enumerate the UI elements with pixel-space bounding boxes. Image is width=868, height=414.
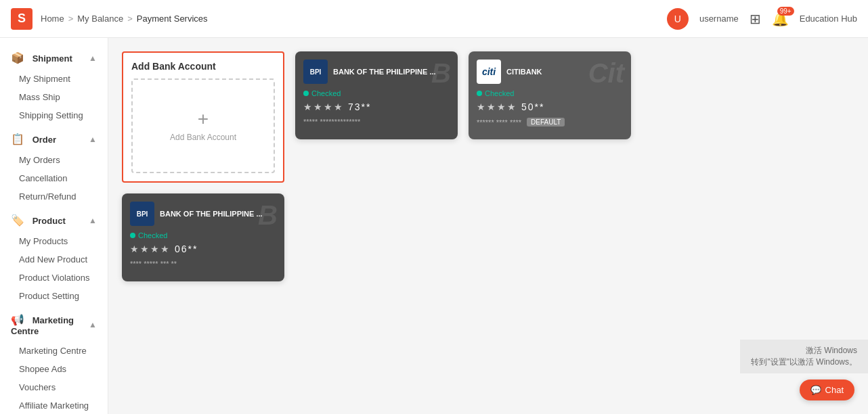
chat-label: Chat [825, 385, 844, 395]
bpi-1-digits: 73** [348, 101, 371, 112]
plus-icon: + [198, 110, 209, 129]
add-bank-title: Add Bank Account [131, 61, 275, 72]
breadcrumb-current: Payment Services [137, 14, 208, 24]
sidebar-item-mass-ship[interactable]: Mass Ship [0, 88, 108, 106]
sidebar-section-product: 🏷️ Product ▲ My Products Add New Product… [0, 208, 108, 305]
bpi-2-checked-label: Checked [138, 231, 167, 239]
sidebar-item-add-new-product[interactable]: Add New Product [0, 250, 108, 269]
sidebar-section-shipment: 📦 Shipment ▲ My Shipment Mass Ship Shipp… [0, 46, 108, 124]
breadcrumb-my-balance[interactable]: My Balance [77, 14, 123, 24]
bpi-2-stars: ★★★★ [130, 244, 175, 254]
layout: 📦 Shipment ▲ My Shipment Mass Ship Shipp… [0, 38, 868, 414]
cards-grid: Add Bank Account + Add Bank Account B BP… [122, 51, 731, 281]
notification-badge: 99+ [777, 7, 794, 16]
sidebar-section-product-label: Product [32, 216, 66, 226]
sidebar-item-shipping-setting[interactable]: Shipping Setting [0, 106, 108, 124]
citi-stars: ★★★★ [477, 101, 521, 112]
bpi-2-checked: Checked [122, 230, 284, 241]
sidebar-section-product-header[interactable]: 🏷️ Product ▲ [0, 208, 108, 232]
avatar: U [667, 8, 689, 30]
sidebar-section-order-label: Order [32, 135, 56, 145]
breadcrumb-sep2: > [127, 14, 133, 24]
sidebar-item-product-violations[interactable]: Product Violations [0, 269, 108, 287]
citi-footer: ****** **** **** DEFAULT [469, 115, 631, 129]
bank-card-bpi-2[interactable]: B BPI BANK OF THE PHILIPPINE ... Checked… [122, 193, 284, 281]
sidebar-item-cancellation[interactable]: Cancellation [0, 169, 108, 187]
bpi-1-number: ★★★★ 73** [295, 99, 458, 115]
breadcrumb-home[interactable]: Home [41, 14, 64, 24]
bpi-2-digits: 06** [175, 244, 198, 254]
bpi-2-logo: BPI [130, 202, 154, 226]
order-icon: 📋 [11, 133, 24, 145]
citi-checked: Checked [469, 88, 631, 99]
breadcrumb: Home > My Balance > Payment Services [41, 14, 208, 24]
sidebar-item-my-products[interactable]: My Products [0, 232, 108, 250]
bank-card-bpi-1[interactable]: B BPI BANK OF THE PHILIPPINE ... Checked… [295, 51, 458, 139]
bpi-1-watermark: B [431, 58, 451, 89]
sidebar: 📦 Shipment ▲ My Shipment Mass Ship Shipp… [0, 38, 108, 414]
windows-overlay: 激活 Windows 转到"设置"以激活 Windows。 [740, 340, 868, 373]
chat-icon: 💬 [810, 385, 821, 395]
add-bank-card-outer: Add Bank Account + Add Bank Account [122, 51, 284, 183]
bpi-1-stars: ★★★★ [303, 101, 348, 112]
windows-line1: 激活 Windows [751, 345, 857, 356]
cards-row2: B BPI BANK OF THE PHILIPPINE ... Checked… [122, 193, 731, 281]
bank-card-citi[interactable]: Cit citi CITIBANK Checked ★★★★ 50** ****… [469, 51, 631, 139]
citi-logo: citi [477, 60, 501, 84]
grid-icon[interactable]: ⊞ [750, 11, 761, 27]
sidebar-section-order-header[interactable]: 📋 Order ▲ [0, 127, 108, 151]
bpi-1-footer: ***** ************** [295, 115, 458, 129]
add-bank-button[interactable]: + Add Bank Account [131, 78, 275, 173]
bpi-1-checked-dot [303, 91, 309, 96]
sidebar-item-return-refund[interactable]: Return/Refund [0, 187, 108, 206]
sidebar-item-my-shipment[interactable]: My Shipment [0, 70, 108, 88]
marketing-icon: 📢 [11, 314, 24, 325]
sidebar-item-product-setting[interactable]: Product Setting [0, 287, 108, 305]
citi-checked-dot [477, 91, 482, 96]
citi-name: CITIBANK [506, 68, 542, 76]
product-icon: 🏷️ [11, 214, 24, 226]
bpi-1-checked-label: Checked [311, 89, 341, 97]
shopee-logo: S [11, 8, 32, 30]
navbar: S Home > My Balance > Payment Services U… [0, 0, 868, 38]
sidebar-section-order: 📋 Order ▲ My Orders Cancellation Return/… [0, 127, 108, 206]
breadcrumb-sep1: > [68, 14, 74, 24]
education-hub-link[interactable]: Education Hub [800, 14, 857, 24]
shipment-chevron: ▲ [89, 53, 97, 63]
sidebar-item-vouchers[interactable]: Vouchers [0, 378, 108, 396]
bpi-2-footer: **** ***** *** ** [122, 257, 284, 271]
default-badge: DEFAULT [527, 118, 565, 127]
bpi-2-checked-dot [130, 233, 135, 238]
citi-checked-label: Checked [485, 89, 514, 97]
marketing-chevron: ▲ [89, 320, 97, 329]
notification-icon[interactable]: 🔔 99+ [772, 11, 789, 27]
navbar-username: username [699, 14, 739, 24]
sidebar-section-shipment-label: Shipment [32, 53, 72, 64]
chat-button[interactable]: 💬 Chat [800, 380, 854, 400]
navbar-right: U username ⊞ 🔔 99+ Education Hub [667, 8, 857, 30]
citi-watermark: Cit [588, 58, 624, 89]
product-chevron: ▲ [89, 216, 97, 225]
bpi-2-name: BANK OF THE PHILIPPINE ... [160, 210, 263, 218]
windows-line2: 转到"设置"以激活 Windows。 [751, 356, 857, 368]
sidebar-section-marketing: 📢 Marketing Centre ▲ Marketing Centre Sh… [0, 308, 108, 414]
shipment-icon: 📦 [11, 52, 24, 64]
sidebar-item-marketing-centre[interactable]: Marketing Centre [0, 342, 108, 360]
sidebar-item-affiliate-marketing[interactable]: Affiliate Marketing [0, 396, 108, 414]
sidebar-section-marketing-header[interactable]: 📢 Marketing Centre ▲ [0, 308, 108, 342]
citi-number: ★★★★ 50** [469, 99, 631, 115]
bpi-1-name: BANK OF THE PHILIPPINE ... [333, 68, 436, 76]
citi-digits: 50** [521, 101, 544, 112]
bpi-1-checked: Checked [295, 88, 458, 99]
bpi-2-watermark: B [258, 200, 278, 231]
sidebar-section-shipment-header[interactable]: 📦 Shipment ▲ [0, 46, 108, 70]
bpi-2-number: ★★★★ 06** [122, 241, 284, 257]
add-bank-label: Add Bank Account [170, 133, 236, 142]
citi-footer-text: ****** **** **** [477, 118, 521, 127]
bpi-1-logo: BPI [303, 60, 328, 84]
order-chevron: ▲ [89, 135, 97, 144]
sidebar-item-shopee-ads[interactable]: Shopee Ads [0, 360, 108, 378]
sidebar-item-my-orders[interactable]: My Orders [0, 151, 108, 169]
